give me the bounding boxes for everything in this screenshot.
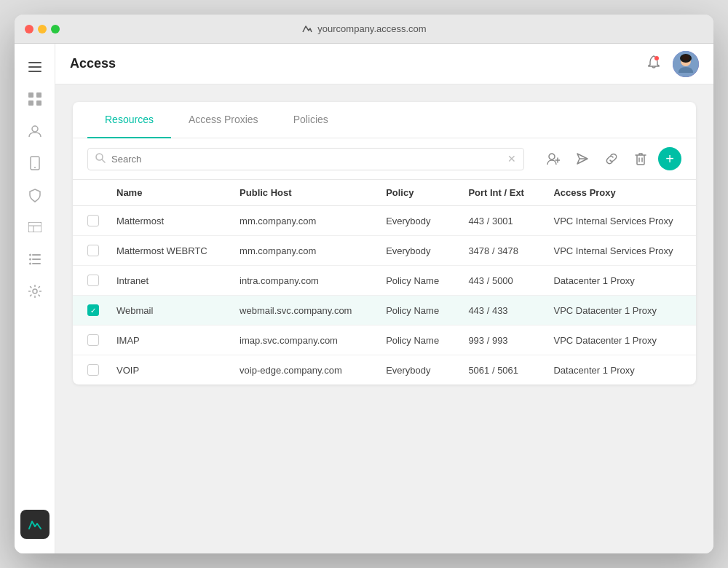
notifications-icon[interactable] <box>646 55 661 73</box>
toolbar: ✕ <box>73 138 696 180</box>
table-header-policy: Policy <box>374 180 456 206</box>
row-public-host: voip-edge.company.com <box>228 355 374 385</box>
shield-icon <box>29 189 41 202</box>
bell-icon-svg <box>646 55 661 69</box>
hamburger-icon <box>28 62 41 72</box>
table-row[interactable]: Mattermostmm.company.comEverybody443 / 3… <box>73 206 696 236</box>
row-public-host: webmail.svc.company.com <box>228 296 374 326</box>
row-policy: Policy Name <box>374 266 456 296</box>
sidebar-item-users[interactable] <box>20 117 50 146</box>
row-checkbox-cell <box>73 206 105 236</box>
sidebar-item-security[interactable] <box>20 181 50 210</box>
mobile-icon <box>30 156 40 170</box>
tab-policies[interactable]: Policies <box>276 102 346 138</box>
row-name: Mattermost <box>105 206 228 236</box>
table-row[interactable]: VOIPvoip-edge.company.comEverybody5061 /… <box>73 355 696 385</box>
content-card: Resources Access Proxies Policies <box>73 102 696 384</box>
row-checkbox[interactable] <box>87 364 99 376</box>
svg-rect-0 <box>28 62 41 63</box>
close-button[interactable] <box>25 25 33 33</box>
tab-resources[interactable]: Resources <box>87 102 171 138</box>
row-port: 993 / 993 <box>456 326 542 355</box>
row-checkbox[interactable]: ✓ <box>87 304 99 316</box>
row-public-host: imap.svc.company.com <box>228 326 374 355</box>
sidebar-item-dashboard[interactable] <box>20 84 50 114</box>
svg-rect-14 <box>32 259 41 260</box>
row-access-proxy: VPC Internal Services Proxy <box>542 236 696 266</box>
sidebar-item-devices[interactable] <box>20 149 50 178</box>
table-header-public-host: Public Host <box>228 180 374 206</box>
add-resource-button[interactable]: + <box>658 147 681 170</box>
tabs-container: Resources Access Proxies Policies <box>73 102 696 138</box>
top-bar-right <box>646 51 699 77</box>
svg-point-9 <box>34 167 36 168</box>
svg-rect-2 <box>28 71 41 72</box>
send-button[interactable] <box>571 147 594 170</box>
row-name: Webmail <box>105 296 228 326</box>
brand-mark-icon <box>28 518 42 530</box>
row-name: Intranet <box>105 266 228 296</box>
titlebar: yourcompany.access.com <box>15 15 713 44</box>
svg-point-18 <box>29 263 31 265</box>
resources-table: Name Public Host Policy Port Int / Ext A… <box>73 180 696 384</box>
row-port: 443 / 3001 <box>456 206 542 236</box>
table-header-name: Name <box>105 180 228 206</box>
user-icon <box>28 125 41 138</box>
sidebar-item-settings[interactable] <box>20 277 50 306</box>
row-checkbox[interactable] <box>87 334 99 346</box>
svg-point-19 <box>33 289 37 293</box>
svg-point-16 <box>29 254 31 256</box>
tab-access-proxies[interactable]: Access Proxies <box>171 102 276 138</box>
row-policy: Everybody <box>374 236 456 266</box>
svg-rect-5 <box>28 100 33 106</box>
table-row[interactable]: Intranetintra.company.comPolicy Name443 … <box>73 266 696 296</box>
row-checkbox[interactable] <box>87 275 99 286</box>
sidebar-item-logs[interactable] <box>20 245 50 274</box>
svg-point-7 <box>32 126 38 132</box>
svg-rect-10 <box>28 222 41 232</box>
url-bar: yourcompany.access.com <box>301 23 426 35</box>
row-access-proxy: VPC Internal Services Proxy <box>542 206 696 236</box>
avatar-img <box>673 51 699 77</box>
row-access-proxy: Datacenter 1 Proxy <box>542 355 696 385</box>
link-button[interactable] <box>600 147 623 170</box>
app-window: yourcompany.access.com <box>15 15 713 553</box>
table-row[interactable]: ✓Webmailwebmail.svc.company.comPolicy Na… <box>73 296 696 326</box>
search-input[interactable] <box>111 154 502 165</box>
search-clear-icon[interactable]: ✕ <box>507 153 516 165</box>
row-access-proxy: VPC Datacenter 1 Proxy <box>542 326 696 355</box>
row-port: 443 / 433 <box>456 296 542 326</box>
svg-rect-15 <box>32 263 41 264</box>
brand-logo-icon <box>301 23 313 35</box>
row-name: Mattermost WEBRTC <box>105 236 228 266</box>
bottom-logo[interactable] <box>20 510 50 539</box>
svg-point-24 <box>682 55 689 60</box>
delete-button[interactable] <box>629 147 652 170</box>
svg-point-17 <box>29 259 31 261</box>
row-public-host: mm.company.com <box>228 236 374 266</box>
svg-point-27 <box>549 154 555 159</box>
row-access-proxy: Datacenter 1 Proxy <box>542 266 696 296</box>
row-checkbox-cell <box>73 266 105 296</box>
svg-line-26 <box>102 159 105 162</box>
row-policy: Everybody <box>374 206 456 236</box>
minimize-button[interactable] <box>38 25 47 33</box>
row-policy: Policy Name <box>374 326 456 355</box>
row-checkbox[interactable] <box>87 245 99 256</box>
page-title: Access <box>70 56 116 71</box>
row-public-host: mm.company.com <box>228 206 374 236</box>
table-row[interactable]: IMAPimap.svc.company.comPolicy Name993 /… <box>73 326 696 355</box>
sidebar-item-menu[interactable] <box>20 52 50 82</box>
search-container: ✕ <box>87 148 524 170</box>
add-user-button[interactable] <box>542 147 565 170</box>
table-header-checkbox <box>73 180 105 206</box>
sidebar-item-resources[interactable] <box>20 213 50 242</box>
table-row[interactable]: Mattermost WEBRTCmm.company.comEverybody… <box>73 236 696 266</box>
avatar[interactable] <box>673 51 699 77</box>
row-policy: Everybody <box>374 355 456 385</box>
search-icon <box>95 153 106 165</box>
row-checkbox[interactable] <box>87 215 99 226</box>
row-checkbox-cell: ✓ <box>73 296 105 326</box>
svg-rect-3 <box>28 92 33 98</box>
maximize-button[interactable] <box>51 25 60 33</box>
